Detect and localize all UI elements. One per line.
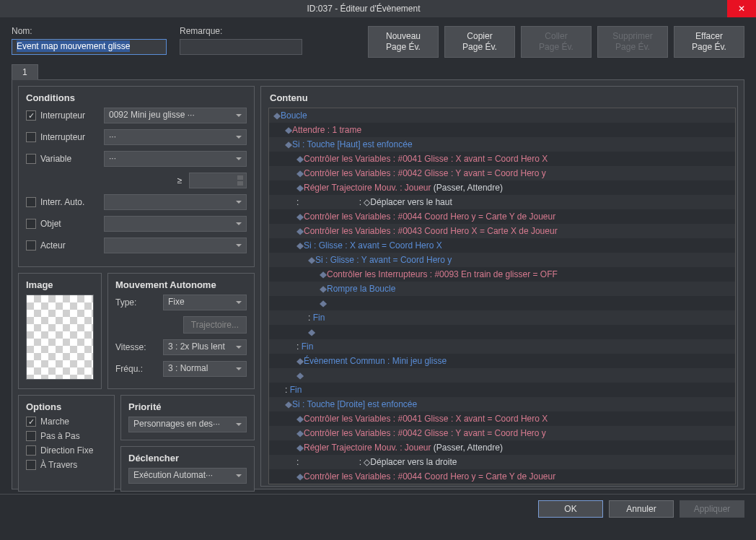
note-label: Remarque: (180, 26, 302, 36)
condition-label-1: Interrupteur (40, 132, 100, 142)
condition-label-2: Variable (40, 154, 100, 164)
command-line[interactable]: ◆Boucle (269, 108, 735, 123)
options-title: Options (26, 401, 107, 412)
condition2-select-1[interactable] (104, 216, 247, 232)
command-line[interactable]: ◆Contrôler les Variables : #0042 Glisse … (269, 426, 735, 440)
variable-value-spinner[interactable] (189, 173, 247, 188)
apply-button[interactable]: Appliquer (680, 500, 744, 518)
name-label: Nom: (12, 26, 167, 36)
titlebar: ID:037 - Éditeur d'Évènement ✕ (0, 0, 756, 17)
option-checkbox-3[interactable] (26, 460, 36, 470)
option-label-1: Pas à Pas (40, 431, 80, 441)
command-line[interactable]: ◆Attendre : 1 trame (269, 123, 735, 137)
page-button-0[interactable]: NouveauPage Év. (368, 26, 439, 58)
trigger-group: Déclencher Exécution Automat··· (120, 446, 255, 492)
speed-label: Vitesse: (115, 342, 157, 352)
condition2-select-0[interactable] (104, 194, 247, 210)
movement-title: Mouvement Autonome (115, 279, 247, 290)
freq-label: Fréqu.: (115, 364, 157, 374)
command-line[interactable]: ◆Régler Trajectoire Mouv. : Joueur (Pass… (269, 180, 735, 195)
command-line[interactable]: ◆Rompre la Boucle (269, 282, 735, 296)
command-line[interactable]: : Fin (269, 310, 735, 325)
name-input[interactable]: Event map mouvement glisse (12, 39, 167, 55)
command-line[interactable]: ◆ (269, 368, 735, 383)
autonomous-movement-group: Mouvement Autonome Type: Fixe Trajectoir… (107, 273, 255, 389)
option-checkbox-1[interactable] (26, 431, 36, 441)
condition2-label-0: Interr. Auto. (40, 197, 100, 207)
command-line[interactable]: ◆Si : Touche [Haut] est enfoncée (269, 137, 735, 152)
type-label: Type: (115, 297, 157, 308)
option-label-3: À Travers (40, 460, 77, 470)
condition2-checkbox-2[interactable] (26, 240, 36, 251)
trigger-select[interactable]: Exécution Automat··· (128, 468, 247, 484)
condition2-label-2: Acteur (40, 240, 100, 251)
conditions-title: Conditions (26, 92, 247, 103)
command-line[interactable]: ◆Si : Glisse : X avant = Coord Hero X (269, 238, 735, 253)
condition-checkbox-2[interactable] (26, 154, 36, 164)
priority-title: Priorité (128, 401, 247, 412)
command-line[interactable]: ◆Contrôler les Interrupteurs : #0093 En … (269, 267, 735, 282)
command-line[interactable]: ◆Contrôler les Variables : #0041 Glisse … (269, 411, 735, 426)
content-group: Contenu ◆Boucle◆Attendre : 1 trame◆Si : … (260, 86, 738, 487)
event-image-picker[interactable] (26, 295, 94, 380)
option-checkbox-2[interactable] (26, 445, 36, 456)
command-line[interactable]: ◆Contrôler les Variables : #0044 Coord H… (269, 469, 735, 484)
close-button[interactable]: ✕ (727, 0, 756, 17)
movement-freq-select[interactable]: 3 : Normal (163, 361, 247, 377)
movement-speed-select[interactable]: 3 : 2x Plus lent (163, 339, 247, 355)
trajectory-button[interactable]: Trajectoire... (183, 316, 247, 334)
condition-label-0: Interrupteur (40, 110, 100, 121)
condition-select-2[interactable]: ··· (104, 151, 247, 167)
window-title: ID:037 - Éditeur d'Évènement (0, 4, 727, 14)
trigger-title: Déclencher (128, 453, 247, 463)
command-line[interactable]: ◆Régler Trajectoire Mouv. : Joueur (Pass… (269, 440, 735, 455)
header: Nom: Event map mouvement glisse Remarque… (0, 17, 756, 61)
image-title: Image (26, 279, 94, 290)
command-line[interactable]: : : ◇Déplacer vers le haut (269, 195, 735, 209)
command-line[interactable]: : Fin (269, 339, 735, 354)
page-buttons-row: NouveauPage Év.CopierPage Év.CollerPage … (368, 26, 744, 58)
priority-select[interactable]: Personnages en des··· (128, 417, 247, 432)
command-line[interactable]: : : ◇Déplacer vers la droite (269, 455, 735, 469)
conditions-group: Conditions Interrupteur0092 Mini jeu gli… (18, 86, 255, 267)
event-commands-list[interactable]: ◆Boucle◆Attendre : 1 trame◆Si : Touche [… (268, 108, 736, 484)
geq-symbol: ≥ (175, 175, 185, 186)
condition2-label-1: Objet (40, 219, 100, 229)
condition2-select-2[interactable] (104, 238, 247, 253)
command-line[interactable]: ◆Contrôler les Variables : #0044 Coord H… (269, 209, 735, 224)
close-icon: ✕ (738, 4, 745, 14)
command-line[interactable]: ◆Contrôler les Variables : #0043 Coord H… (269, 224, 735, 238)
page-button-1[interactable]: CopierPage Év. (444, 26, 515, 58)
content-title: Contenu (270, 92, 736, 103)
option-label-2: Direction Fixe (40, 445, 93, 456)
footer: OK Annuler Appliquer (0, 494, 756, 523)
command-line[interactable]: ◆Contrôler les Variables : #0042 Glisse … (269, 166, 735, 180)
command-line[interactable]: ◆Si : Glisse : Y avant = Coord Hero y (269, 253, 735, 267)
command-line[interactable]: ◆ (269, 296, 735, 310)
command-line[interactable]: ◆Évènement Commun : Mini jeu glisse (269, 354, 735, 368)
page-button-4[interactable]: EffacerPage Év. (674, 26, 744, 58)
condition2-checkbox-0[interactable] (26, 197, 36, 207)
condition-checkbox-1[interactable] (26, 132, 36, 142)
ok-button[interactable]: OK (538, 500, 603, 518)
page-tab-1[interactable]: 1 (12, 64, 38, 80)
option-checkbox-0[interactable] (26, 417, 36, 427)
image-group: Image (18, 273, 102, 389)
command-line[interactable]: : Fin (269, 383, 735, 397)
command-line[interactable]: ◆Si : Touche [Droite] est enfoncée (269, 397, 735, 411)
condition-select-0[interactable]: 0092 Mini jeu glisse ··· (104, 108, 247, 123)
condition-select-1[interactable]: ··· (104, 129, 247, 145)
options-group: Options MarchePas à PasDirection FixeÀ T… (18, 395, 115, 492)
command-line[interactable]: ◆ (269, 325, 735, 339)
cancel-button[interactable]: Annuler (609, 500, 674, 518)
note-input[interactable] (180, 39, 302, 55)
command-line[interactable]: ◆Contrôler les Variables : #0041 Glisse … (269, 152, 735, 166)
priority-group: Priorité Personnages en des··· (120, 395, 255, 440)
condition-checkbox-0[interactable] (26, 110, 36, 121)
condition2-checkbox-1[interactable] (26, 219, 36, 229)
movement-type-select[interactable]: Fixe (163, 295, 247, 310)
page-button-3: SupprimerPage Év. (597, 26, 668, 58)
option-label-0: Marche (40, 417, 69, 427)
page-button-2: CollerPage Év. (521, 26, 592, 58)
